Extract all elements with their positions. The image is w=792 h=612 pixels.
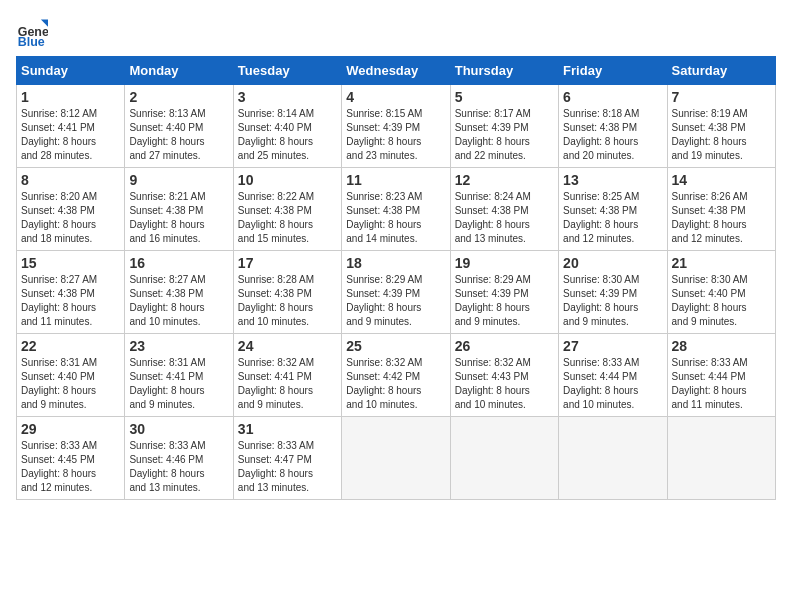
day-number: 1 <box>21 89 120 105</box>
day-number: 10 <box>238 172 337 188</box>
calendar-cell: 4Sunrise: 8:15 AM Sunset: 4:39 PM Daylig… <box>342 85 450 168</box>
calendar-cell <box>450 417 558 500</box>
cell-info: Sunrise: 8:22 AM Sunset: 4:38 PM Dayligh… <box>238 190 337 246</box>
cell-info: Sunrise: 8:17 AM Sunset: 4:39 PM Dayligh… <box>455 107 554 163</box>
calendar-cell: 10Sunrise: 8:22 AM Sunset: 4:38 PM Dayli… <box>233 168 341 251</box>
cell-info: Sunrise: 8:31 AM Sunset: 4:40 PM Dayligh… <box>21 356 120 412</box>
day-number: 4 <box>346 89 445 105</box>
cell-info: Sunrise: 8:21 AM Sunset: 4:38 PM Dayligh… <box>129 190 228 246</box>
logo-icon: General Blue <box>16 16 48 48</box>
weekday-header: Sunday <box>17 57 125 85</box>
calendar-cell: 22Sunrise: 8:31 AM Sunset: 4:40 PM Dayli… <box>17 334 125 417</box>
calendar-cell: 18Sunrise: 8:29 AM Sunset: 4:39 PM Dayli… <box>342 251 450 334</box>
cell-info: Sunrise: 8:14 AM Sunset: 4:40 PM Dayligh… <box>238 107 337 163</box>
calendar-header-row: SundayMondayTuesdayWednesdayThursdayFrid… <box>17 57 776 85</box>
weekday-header: Thursday <box>450 57 558 85</box>
cell-info: Sunrise: 8:27 AM Sunset: 4:38 PM Dayligh… <box>21 273 120 329</box>
calendar-week-row: 15Sunrise: 8:27 AM Sunset: 4:38 PM Dayli… <box>17 251 776 334</box>
cell-info: Sunrise: 8:32 AM Sunset: 4:41 PM Dayligh… <box>238 356 337 412</box>
cell-info: Sunrise: 8:24 AM Sunset: 4:38 PM Dayligh… <box>455 190 554 246</box>
cell-info: Sunrise: 8:30 AM Sunset: 4:40 PM Dayligh… <box>672 273 771 329</box>
day-number: 30 <box>129 421 228 437</box>
calendar-cell: 14Sunrise: 8:26 AM Sunset: 4:38 PM Dayli… <box>667 168 775 251</box>
logo: General Blue <box>16 16 54 48</box>
day-number: 25 <box>346 338 445 354</box>
calendar-cell: 19Sunrise: 8:29 AM Sunset: 4:39 PM Dayli… <box>450 251 558 334</box>
cell-info: Sunrise: 8:28 AM Sunset: 4:38 PM Dayligh… <box>238 273 337 329</box>
calendar-cell: 7Sunrise: 8:19 AM Sunset: 4:38 PM Daylig… <box>667 85 775 168</box>
day-number: 22 <box>21 338 120 354</box>
calendar-week-row: 22Sunrise: 8:31 AM Sunset: 4:40 PM Dayli… <box>17 334 776 417</box>
day-number: 18 <box>346 255 445 271</box>
cell-info: Sunrise: 8:31 AM Sunset: 4:41 PM Dayligh… <box>129 356 228 412</box>
calendar-cell: 20Sunrise: 8:30 AM Sunset: 4:39 PM Dayli… <box>559 251 667 334</box>
day-number: 19 <box>455 255 554 271</box>
calendar-cell: 11Sunrise: 8:23 AM Sunset: 4:38 PM Dayli… <box>342 168 450 251</box>
calendar-cell: 13Sunrise: 8:25 AM Sunset: 4:38 PM Dayli… <box>559 168 667 251</box>
day-number: 16 <box>129 255 228 271</box>
cell-info: Sunrise: 8:23 AM Sunset: 4:38 PM Dayligh… <box>346 190 445 246</box>
cell-info: Sunrise: 8:29 AM Sunset: 4:39 PM Dayligh… <box>455 273 554 329</box>
day-number: 24 <box>238 338 337 354</box>
day-number: 13 <box>563 172 662 188</box>
calendar-cell: 5Sunrise: 8:17 AM Sunset: 4:39 PM Daylig… <box>450 85 558 168</box>
cell-info: Sunrise: 8:33 AM Sunset: 4:47 PM Dayligh… <box>238 439 337 495</box>
day-number: 27 <box>563 338 662 354</box>
cell-info: Sunrise: 8:29 AM Sunset: 4:39 PM Dayligh… <box>346 273 445 329</box>
day-number: 15 <box>21 255 120 271</box>
calendar-cell <box>342 417 450 500</box>
calendar-cell: 23Sunrise: 8:31 AM Sunset: 4:41 PM Dayli… <box>125 334 233 417</box>
day-number: 23 <box>129 338 228 354</box>
day-number: 14 <box>672 172 771 188</box>
calendar-cell: 17Sunrise: 8:28 AM Sunset: 4:38 PM Dayli… <box>233 251 341 334</box>
cell-info: Sunrise: 8:15 AM Sunset: 4:39 PM Dayligh… <box>346 107 445 163</box>
cell-info: Sunrise: 8:32 AM Sunset: 4:43 PM Dayligh… <box>455 356 554 412</box>
calendar-cell: 30Sunrise: 8:33 AM Sunset: 4:46 PM Dayli… <box>125 417 233 500</box>
calendar-cell: 27Sunrise: 8:33 AM Sunset: 4:44 PM Dayli… <box>559 334 667 417</box>
calendar-cell: 29Sunrise: 8:33 AM Sunset: 4:45 PM Dayli… <box>17 417 125 500</box>
calendar-cell: 24Sunrise: 8:32 AM Sunset: 4:41 PM Dayli… <box>233 334 341 417</box>
day-number: 21 <box>672 255 771 271</box>
calendar-cell <box>667 417 775 500</box>
cell-info: Sunrise: 8:18 AM Sunset: 4:38 PM Dayligh… <box>563 107 662 163</box>
page-header: General Blue <box>16 16 776 48</box>
day-number: 2 <box>129 89 228 105</box>
weekday-header: Wednesday <box>342 57 450 85</box>
day-number: 12 <box>455 172 554 188</box>
calendar-week-row: 1Sunrise: 8:12 AM Sunset: 4:41 PM Daylig… <box>17 85 776 168</box>
calendar-cell: 3Sunrise: 8:14 AM Sunset: 4:40 PM Daylig… <box>233 85 341 168</box>
day-number: 20 <box>563 255 662 271</box>
day-number: 31 <box>238 421 337 437</box>
cell-info: Sunrise: 8:30 AM Sunset: 4:39 PM Dayligh… <box>563 273 662 329</box>
day-number: 8 <box>21 172 120 188</box>
calendar-cell: 25Sunrise: 8:32 AM Sunset: 4:42 PM Dayli… <box>342 334 450 417</box>
calendar-cell: 15Sunrise: 8:27 AM Sunset: 4:38 PM Dayli… <box>17 251 125 334</box>
calendar-cell: 26Sunrise: 8:32 AM Sunset: 4:43 PM Dayli… <box>450 334 558 417</box>
cell-info: Sunrise: 8:33 AM Sunset: 4:45 PM Dayligh… <box>21 439 120 495</box>
cell-info: Sunrise: 8:13 AM Sunset: 4:40 PM Dayligh… <box>129 107 228 163</box>
day-number: 7 <box>672 89 771 105</box>
day-number: 17 <box>238 255 337 271</box>
cell-info: Sunrise: 8:33 AM Sunset: 4:44 PM Dayligh… <box>563 356 662 412</box>
calendar-week-row: 8Sunrise: 8:20 AM Sunset: 4:38 PM Daylig… <box>17 168 776 251</box>
day-number: 6 <box>563 89 662 105</box>
day-number: 26 <box>455 338 554 354</box>
calendar-cell: 2Sunrise: 8:13 AM Sunset: 4:40 PM Daylig… <box>125 85 233 168</box>
calendar-week-row: 29Sunrise: 8:33 AM Sunset: 4:45 PM Dayli… <box>17 417 776 500</box>
cell-info: Sunrise: 8:32 AM Sunset: 4:42 PM Dayligh… <box>346 356 445 412</box>
day-number: 11 <box>346 172 445 188</box>
weekday-header: Friday <box>559 57 667 85</box>
day-number: 3 <box>238 89 337 105</box>
calendar-cell: 9Sunrise: 8:21 AM Sunset: 4:38 PM Daylig… <box>125 168 233 251</box>
cell-info: Sunrise: 8:33 AM Sunset: 4:44 PM Dayligh… <box>672 356 771 412</box>
day-number: 5 <box>455 89 554 105</box>
calendar-table: SundayMondayTuesdayWednesdayThursdayFrid… <box>16 56 776 500</box>
calendar-cell: 8Sunrise: 8:20 AM Sunset: 4:38 PM Daylig… <box>17 168 125 251</box>
cell-info: Sunrise: 8:19 AM Sunset: 4:38 PM Dayligh… <box>672 107 771 163</box>
calendar-cell: 28Sunrise: 8:33 AM Sunset: 4:44 PM Dayli… <box>667 334 775 417</box>
day-number: 9 <box>129 172 228 188</box>
cell-info: Sunrise: 8:25 AM Sunset: 4:38 PM Dayligh… <box>563 190 662 246</box>
calendar-cell: 21Sunrise: 8:30 AM Sunset: 4:40 PM Dayli… <box>667 251 775 334</box>
weekday-header: Monday <box>125 57 233 85</box>
cell-info: Sunrise: 8:33 AM Sunset: 4:46 PM Dayligh… <box>129 439 228 495</box>
